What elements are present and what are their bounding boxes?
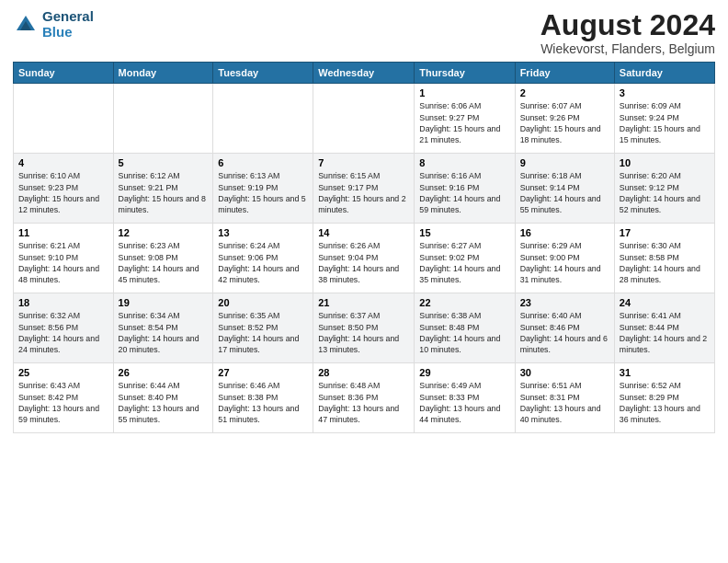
day-info: Sunrise: 6:40 AM Sunset: 8:46 PM Dayligh… <box>520 310 609 355</box>
calendar-cell: 8Sunrise: 6:16 AM Sunset: 9:16 PM Daylig… <box>415 154 515 224</box>
day-info: Sunrise: 6:30 AM Sunset: 8:58 PM Dayligh… <box>620 240 710 285</box>
day-number: 9 <box>520 157 609 168</box>
day-number: 4 <box>18 157 108 168</box>
day-number: 5 <box>119 157 209 168</box>
day-number: 1 <box>419 87 509 98</box>
calendar-cell: 9Sunrise: 6:18 AM Sunset: 9:14 PM Daylig… <box>515 154 614 224</box>
day-info: Sunrise: 6:13 AM Sunset: 9:19 PM Dayligh… <box>218 170 308 215</box>
logo-text: General Blue <box>42 9 94 40</box>
day-number: 25 <box>18 367 108 378</box>
calendar-cell: 16Sunrise: 6:29 AM Sunset: 9:00 PM Dayli… <box>515 224 614 293</box>
calendar-cell <box>113 84 213 154</box>
week-row-3: 11Sunrise: 6:21 AM Sunset: 9:10 PM Dayli… <box>14 224 715 293</box>
day-number: 17 <box>620 227 710 238</box>
logo-line2: Blue <box>42 25 94 40</box>
day-info: Sunrise: 6:07 AM Sunset: 9:26 PM Dayligh… <box>520 100 609 145</box>
day-info: Sunrise: 6:18 AM Sunset: 9:14 PM Dayligh… <box>520 170 609 215</box>
calendar-cell: 2Sunrise: 6:07 AM Sunset: 9:26 PM Daylig… <box>515 84 614 154</box>
weekday-header-tuesday: Tuesday <box>213 63 313 84</box>
day-info: Sunrise: 6:23 AM Sunset: 9:08 PM Dayligh… <box>119 240 209 285</box>
calendar-cell: 23Sunrise: 6:40 AM Sunset: 8:46 PM Dayli… <box>515 293 614 363</box>
day-number: 23 <box>520 297 609 308</box>
day-info: Sunrise: 6:41 AM Sunset: 8:44 PM Dayligh… <box>620 310 710 355</box>
day-number: 22 <box>419 297 509 308</box>
day-number: 6 <box>218 157 308 168</box>
day-info: Sunrise: 6:32 AM Sunset: 8:56 PM Dayligh… <box>18 310 108 355</box>
calendar-cell <box>313 84 415 154</box>
day-info: Sunrise: 6:29 AM Sunset: 9:00 PM Dayligh… <box>520 240 609 285</box>
main-title: August 2024 <box>540 9 715 41</box>
calendar-cell: 26Sunrise: 6:44 AM Sunset: 8:40 PM Dayli… <box>113 363 213 433</box>
week-row-5: 25Sunrise: 6:43 AM Sunset: 8:42 PM Dayli… <box>14 363 715 433</box>
day-number: 10 <box>620 157 710 168</box>
calendar-cell: 7Sunrise: 6:15 AM Sunset: 9:17 PM Daylig… <box>313 154 415 224</box>
calendar-cell: 13Sunrise: 6:24 AM Sunset: 9:06 PM Dayli… <box>213 224 313 293</box>
day-info: Sunrise: 6:38 AM Sunset: 8:48 PM Dayligh… <box>419 310 509 355</box>
day-info: Sunrise: 6:48 AM Sunset: 8:36 PM Dayligh… <box>318 380 409 425</box>
calendar-cell: 27Sunrise: 6:46 AM Sunset: 8:38 PM Dayli… <box>213 363 313 433</box>
day-number: 26 <box>119 367 209 378</box>
day-number: 31 <box>620 367 710 378</box>
day-info: Sunrise: 6:46 AM Sunset: 8:38 PM Dayligh… <box>218 380 308 425</box>
day-number: 2 <box>520 87 609 98</box>
weekday-header-wednesday: Wednesday <box>313 63 415 84</box>
day-info: Sunrise: 6:26 AM Sunset: 9:04 PM Dayligh… <box>318 240 409 285</box>
day-info: Sunrise: 6:09 AM Sunset: 9:24 PM Dayligh… <box>620 100 710 145</box>
day-number: 20 <box>218 297 308 308</box>
day-number: 7 <box>318 157 409 168</box>
calendar-cell: 15Sunrise: 6:27 AM Sunset: 9:02 PM Dayli… <box>415 224 515 293</box>
day-number: 12 <box>119 227 209 238</box>
day-number: 19 <box>119 297 209 308</box>
calendar-cell: 11Sunrise: 6:21 AM Sunset: 9:10 PM Dayli… <box>14 224 114 293</box>
day-number: 15 <box>419 227 509 238</box>
calendar-cell: 24Sunrise: 6:41 AM Sunset: 8:44 PM Dayli… <box>614 293 714 363</box>
day-info: Sunrise: 6:51 AM Sunset: 8:31 PM Dayligh… <box>520 380 609 425</box>
calendar-cell: 30Sunrise: 6:51 AM Sunset: 8:31 PM Dayli… <box>515 363 614 433</box>
day-number: 8 <box>419 157 509 168</box>
day-number: 24 <box>620 297 710 308</box>
calendar-cell: 17Sunrise: 6:30 AM Sunset: 8:58 PM Dayli… <box>614 224 714 293</box>
day-info: Sunrise: 6:27 AM Sunset: 9:02 PM Dayligh… <box>419 240 509 285</box>
day-number: 18 <box>18 297 108 308</box>
logo-icon <box>13 12 39 38</box>
calendar-cell: 21Sunrise: 6:37 AM Sunset: 8:50 PM Dayli… <box>313 293 415 363</box>
day-number: 16 <box>520 227 609 238</box>
title-block: August 2024 Wiekevorst, Flanders, Belgiu… <box>540 9 715 56</box>
logo: General Blue <box>13 9 94 40</box>
day-number: 21 <box>318 297 409 308</box>
week-row-4: 18Sunrise: 6:32 AM Sunset: 8:56 PM Dayli… <box>14 293 715 363</box>
weekday-header-row: SundayMondayTuesdayWednesdayThursdayFrid… <box>14 63 715 84</box>
day-number: 30 <box>520 367 609 378</box>
calendar-cell: 4Sunrise: 6:10 AM Sunset: 9:23 PM Daylig… <box>14 154 114 224</box>
day-number: 28 <box>318 367 409 378</box>
day-info: Sunrise: 6:16 AM Sunset: 9:16 PM Dayligh… <box>419 170 509 215</box>
day-info: Sunrise: 6:34 AM Sunset: 8:54 PM Dayligh… <box>119 310 209 355</box>
day-number: 13 <box>218 227 308 238</box>
day-info: Sunrise: 6:20 AM Sunset: 9:12 PM Dayligh… <box>620 170 710 215</box>
calendar-cell <box>213 84 313 154</box>
calendar-cell: 3Sunrise: 6:09 AM Sunset: 9:24 PM Daylig… <box>614 84 714 154</box>
calendar-cell: 19Sunrise: 6:34 AM Sunset: 8:54 PM Dayli… <box>113 293 213 363</box>
calendar-cell: 5Sunrise: 6:12 AM Sunset: 9:21 PM Daylig… <box>113 154 213 224</box>
day-info: Sunrise: 6:43 AM Sunset: 8:42 PM Dayligh… <box>18 380 108 425</box>
week-row-2: 4Sunrise: 6:10 AM Sunset: 9:23 PM Daylig… <box>14 154 715 224</box>
day-info: Sunrise: 6:12 AM Sunset: 9:21 PM Dayligh… <box>119 170 209 215</box>
day-info: Sunrise: 6:21 AM Sunset: 9:10 PM Dayligh… <box>18 240 108 285</box>
week-row-1: 1Sunrise: 6:06 AM Sunset: 9:27 PM Daylig… <box>14 84 715 154</box>
calendar-cell: 18Sunrise: 6:32 AM Sunset: 8:56 PM Dayli… <box>14 293 114 363</box>
day-info: Sunrise: 6:37 AM Sunset: 8:50 PM Dayligh… <box>318 310 409 355</box>
header: General Blue August 2024 Wiekevorst, Fla… <box>13 9 715 56</box>
calendar-cell: 29Sunrise: 6:49 AM Sunset: 8:33 PM Dayli… <box>415 363 515 433</box>
calendar-cell: 22Sunrise: 6:38 AM Sunset: 8:48 PM Dayli… <box>415 293 515 363</box>
day-number: 27 <box>218 367 308 378</box>
day-info: Sunrise: 6:10 AM Sunset: 9:23 PM Dayligh… <box>18 170 108 215</box>
weekday-header-friday: Friday <box>515 63 614 84</box>
day-number: 11 <box>18 227 108 238</box>
weekday-header-thursday: Thursday <box>415 63 515 84</box>
calendar-cell: 12Sunrise: 6:23 AM Sunset: 9:08 PM Dayli… <box>113 224 213 293</box>
day-number: 29 <box>419 367 509 378</box>
calendar-cell: 14Sunrise: 6:26 AM Sunset: 9:04 PM Dayli… <box>313 224 415 293</box>
page-container: General Blue August 2024 Wiekevorst, Fla… <box>0 0 728 441</box>
day-info: Sunrise: 6:52 AM Sunset: 8:29 PM Dayligh… <box>620 380 710 425</box>
logo-line1: General <box>42 9 94 25</box>
